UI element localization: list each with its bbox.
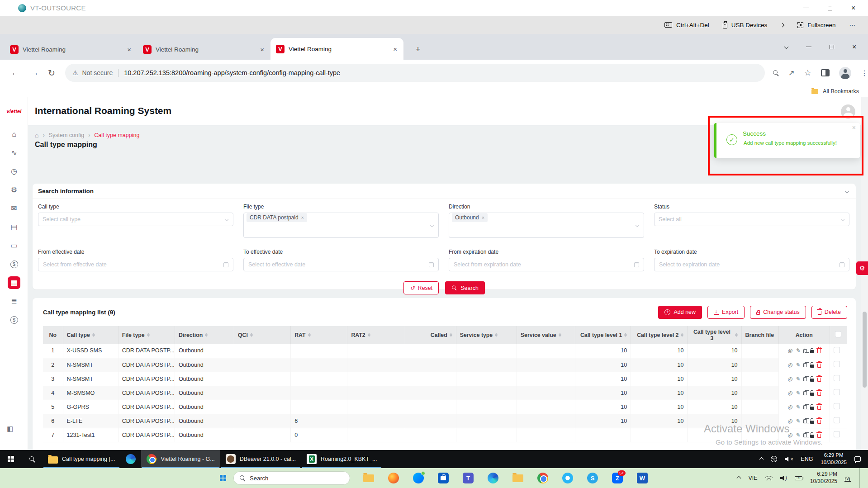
table-row[interactable]: 1 X-USSD SMS CDR DATA POSTP... Outbound xyxy=(43,344,847,358)
notification-bell-icon[interactable] xyxy=(845,477,850,481)
table-row[interactable]: 5 G-GPRS CDR DATA POSTP... Outbound xyxy=(43,400,847,414)
taskbar-icon-firefox[interactable] xyxy=(388,473,399,483)
browser-tab[interactable]: V Viettel Roaming xyxy=(5,39,138,60)
taskbar-icon-chrome[interactable] xyxy=(537,473,548,483)
local-search-box[interactable]: Search xyxy=(233,471,350,485)
copy-icon[interactable] xyxy=(803,390,807,395)
toolbar-more-button[interactable] xyxy=(849,21,856,28)
rdp-maximize-icon[interactable] xyxy=(828,6,832,10)
sidebar-item-messages[interactable]: ✉ xyxy=(8,202,20,215)
sidebar-item-home[interactable]: ⌂ xyxy=(8,128,20,141)
column-header[interactable]: Call type level 3 xyxy=(688,326,741,344)
all-bookmarks-button[interactable]: All Bookmarks xyxy=(823,88,859,95)
rdp-minimize-icon[interactable] xyxy=(803,8,809,9)
sidebar-item-dashboard[interactable]: ∿ xyxy=(8,147,20,159)
column-header[interactable]: Service value xyxy=(517,326,575,344)
delete-row-icon[interactable] xyxy=(817,348,821,353)
copy-icon[interactable] xyxy=(803,376,807,381)
tab-close-icon[interactable] xyxy=(391,45,399,53)
profile-avatar[interactable] xyxy=(839,67,851,79)
taskbar-icon-skype[interactable] xyxy=(587,473,598,483)
sort-icon[interactable] xyxy=(624,333,627,337)
sort-icon[interactable] xyxy=(250,333,253,337)
taskbar-icon-file-explorer[interactable] xyxy=(363,473,374,483)
zoom-icon[interactable] xyxy=(773,70,779,76)
column-header[interactable]: RAT xyxy=(291,326,347,344)
taskbar-icon-store[interactable] xyxy=(438,473,449,483)
taskbar-app-file-explorer[interactable]: Call type mapping [... xyxy=(43,450,120,468)
column-header[interactable]: Called xyxy=(405,326,456,344)
browser-maximize-icon[interactable] xyxy=(830,45,834,49)
row-checkbox[interactable] xyxy=(834,375,840,381)
collapse-section-icon[interactable] xyxy=(845,189,849,194)
delete-row-icon[interactable] xyxy=(817,404,821,410)
edit-icon[interactable] xyxy=(795,362,800,368)
copy-icon[interactable] xyxy=(803,404,807,409)
sidebar-collapse-icon[interactable]: ◧ xyxy=(7,425,13,433)
tab-close-icon[interactable] xyxy=(125,46,133,53)
delete-row-icon[interactable] xyxy=(817,376,821,382)
taskbar-icon-zalo[interactable]: 5+ xyxy=(612,473,623,483)
sidebar-item-billing[interactable]: $ xyxy=(8,258,20,270)
row-checkbox[interactable] xyxy=(834,361,840,367)
sidebar-item-reports[interactable]: ≣ xyxy=(8,295,20,308)
taskbar-app-dbeaver[interactable]: DBeaver 21.0.0 - cal... xyxy=(220,450,301,468)
home-icon[interactable] xyxy=(35,132,38,139)
sort-icon[interactable] xyxy=(450,333,452,337)
sidebar-item-call-type-mapping[interactable]: ▦ xyxy=(8,276,20,289)
theme-settings-button[interactable] xyxy=(856,261,868,275)
delete-row-icon[interactable] xyxy=(817,362,821,368)
to-effective-date-input[interactable]: Select to effective date xyxy=(243,258,439,271)
remote-start-button[interactable] xyxy=(0,450,22,468)
remote-action-center-icon[interactable] xyxy=(854,456,861,462)
scrollbar-thumb[interactable] xyxy=(863,312,867,388)
column-header[interactable]: Service type xyxy=(456,326,517,344)
tab-search-chevron-icon[interactable] xyxy=(784,45,788,49)
no-internet-icon[interactable] xyxy=(771,456,777,462)
view-icon[interactable] xyxy=(787,390,792,396)
sidebar-item-revenue[interactable]: $ xyxy=(8,313,20,326)
remove-tag-icon[interactable] xyxy=(482,215,484,220)
edit-icon[interactable] xyxy=(795,390,800,396)
remote-tray-expand-icon[interactable] xyxy=(759,457,764,461)
forward-icon[interactable] xyxy=(30,68,39,78)
copy-icon[interactable] xyxy=(803,362,807,367)
select-all-checkbox[interactable] xyxy=(835,331,841,337)
table-row[interactable]: 3 N-SMSMT CDR DATA POSTP... Outbound xyxy=(43,372,847,386)
browser-minimize-icon[interactable] xyxy=(806,47,811,47)
taskbar-icon-messenger[interactable] xyxy=(413,473,424,483)
remote-muted-speaker-icon[interactable] xyxy=(785,457,793,462)
sort-icon[interactable] xyxy=(735,333,738,337)
lock-icon[interactable] xyxy=(810,404,814,410)
column-header[interactable]: No xyxy=(43,326,63,344)
lock-icon[interactable] xyxy=(810,376,814,382)
table-row[interactable]: 4 M-SMSMO CDR DATA POSTP... Outbound xyxy=(43,386,847,400)
row-checkbox[interactable] xyxy=(834,389,840,395)
column-header[interactable]: Branch file xyxy=(741,326,778,344)
address-bar[interactable]: Not secure 10.207.252.135:8200/roaming-a… xyxy=(65,64,765,82)
column-header[interactable]: QCI xyxy=(234,326,291,344)
column-header[interactable]: File type xyxy=(118,326,175,344)
back-icon[interactable] xyxy=(11,68,19,78)
sort-icon[interactable] xyxy=(495,333,498,337)
local-start-button[interactable] xyxy=(214,475,232,482)
edit-icon[interactable] xyxy=(795,376,800,382)
breadcrumb-system-config[interactable]: System config xyxy=(49,132,85,138)
share-icon[interactable] xyxy=(788,68,795,78)
edit-icon[interactable] xyxy=(795,347,800,354)
browser-tab[interactable]: V Viettel Roaming xyxy=(138,39,270,60)
view-icon[interactable] xyxy=(787,376,792,382)
tab-close-icon[interactable] xyxy=(258,46,266,53)
browser-tab[interactable]: V Viettel Roaming xyxy=(270,38,403,60)
export-button[interactable]: Export xyxy=(707,306,745,319)
delete-row-icon[interactable] xyxy=(817,390,821,396)
local-language-indicator[interactable]: VIE xyxy=(748,475,757,481)
column-header[interactable]: Direction xyxy=(175,326,234,344)
wifi-icon[interactable] xyxy=(765,476,773,481)
row-checkbox[interactable] xyxy=(834,431,840,437)
rdp-close-icon[interactable] xyxy=(851,6,855,10)
from-expiration-date-input[interactable]: Select from expiration date xyxy=(449,258,644,271)
battery-icon[interactable] xyxy=(795,476,802,480)
add-new-button[interactable]: Add new xyxy=(658,306,702,319)
column-header[interactable]: RAT2 xyxy=(347,326,405,344)
